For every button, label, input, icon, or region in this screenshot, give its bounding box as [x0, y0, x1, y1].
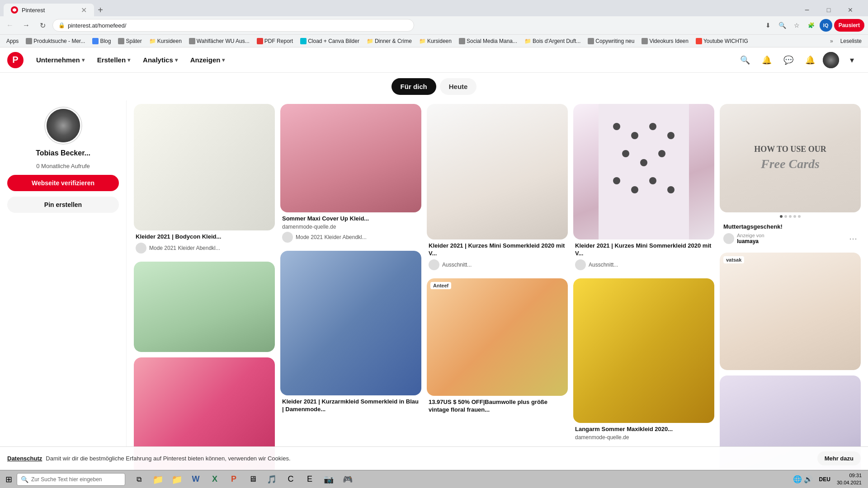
taskbar-powerpoint[interactable]: P [225, 471, 243, 488]
bookmark-youtube[interactable]: Youtube WICHTIG [693, 37, 751, 45]
bookmark-spater[interactable]: Später [115, 37, 144, 45]
bookmark-kursideen[interactable]: 📁 Kursideen [146, 37, 184, 45]
taskbar-sys-icons[interactable]: 🌐 🔊 [790, 473, 816, 485]
taskbar-excel[interactable]: X [206, 471, 224, 488]
pin-title: Kleider 2021 | Kurzes Mini Sommerkleid 2… [429, 242, 566, 258]
bookmark-dinner-crime[interactable]: 📁 Dinner & Crime [364, 37, 415, 45]
bookmark-copywriting[interactable]: Copywriting neu [585, 37, 637, 45]
pin-card[interactable]: Anteef 13.97US $ 50% OFF|Baumwolle plus … [427, 278, 568, 417]
taskbar-file-explorer2[interactable]: 📁 [168, 471, 186, 488]
pinterest-logo[interactable]: P [7, 52, 24, 68]
bookmark-wahlfacher[interactable]: Wahlfächer WU Aus... [186, 37, 252, 45]
iq-extension[interactable]: IQ [820, 19, 832, 32]
zoom-button[interactable]: 🔍 [776, 19, 789, 32]
nav-analytics[interactable]: Analytics ▾ [137, 52, 183, 67]
back-button[interactable]: ← [4, 19, 16, 32]
nav-erstellen[interactable]: Erstellen ▾ [92, 52, 136, 67]
bookmark-favicon [92, 38, 99, 44]
forward-button[interactable]: → [20, 19, 33, 32]
bookmark-produktsuche[interactable]: Produktsuche - Mer... [23, 37, 88, 45]
cookie-privacy-link[interactable]: Datenschutz [7, 455, 42, 462]
taskbar-icons: ⧉ 📁 📁 W X P 🖥 🎵 C E 📷 🎮 [130, 471, 357, 488]
svg-point-5 [622, 150, 629, 157]
pin-title: Langarm Sommer Maxikleid 2020... [575, 426, 712, 433]
bookmark-videokurs[interactable]: Videokurs Ideen [639, 37, 691, 45]
pin-author-avatar [429, 259, 439, 270]
bookmark-blog[interactable]: Blog [90, 37, 113, 45]
create-pin-button[interactable]: Pin erstellen [7, 197, 119, 213]
tab-fuer-dich[interactable]: Für dich [392, 78, 436, 95]
bookmark-bois[interactable]: 📁 Bois d'Argent Duft... [522, 37, 583, 45]
pin-card[interactable]: Langarm Sommer Maxikleid 2020... damenmo… [573, 278, 714, 443]
main-content: Tobias Becker... 0 Monatliche Aufrufe We… [0, 100, 868, 470]
tab-heute[interactable]: Heute [440, 78, 477, 95]
pin-card[interactable]: vatsak [720, 253, 861, 370]
pin-card[interactable]: Kleider 2021 | Kurzarmkleid Sommerkleid … [280, 251, 421, 416]
bookmark-cload[interactable]: Cload + Canva Bilder [297, 37, 362, 45]
bookmark-favicon [300, 38, 307, 44]
account-chevron-button[interactable]: ▾ [843, 51, 861, 69]
taskbar-edge[interactable]: E [301, 471, 319, 488]
verify-website-button[interactable]: Webseite verifizieren [7, 175, 119, 191]
taskbar-gaming[interactable]: 🎮 [339, 471, 357, 488]
pin-card[interactable] [134, 262, 275, 352]
taskbar-word[interactable]: W [187, 471, 205, 488]
extensions-button[interactable]: 🧩 [805, 19, 818, 32]
ad-image-content: HOW TO USE OURFree Cards [720, 104, 861, 212]
refresh-button[interactable]: ↻ [36, 19, 49, 32]
alerts-button[interactable]: 🔔 [801, 51, 819, 69]
pin-card[interactable]: Kleider 2021 | Kurzes Mini Sommerkleid 2… [427, 104, 568, 273]
pin-card[interactable]: Kleider 2021 | Kurzes Mini Sommerkleid 2… [573, 104, 714, 273]
tab-bar: Pinterest ✕ + − □ ✕ [0, 0, 868, 16]
browser-tab-active[interactable]: Pinterest ✕ [4, 4, 94, 16]
pin-author-name: Ausschnitt... [442, 262, 472, 268]
taskbar-right: 🌐 🔊 DEU 09:31 30.04.2021 [790, 470, 866, 488]
bookmark-kursideen2[interactable]: 📁 Kursideen [416, 37, 454, 45]
tab-close-button[interactable]: ✕ [81, 6, 87, 14]
profile-button[interactable]: Pausiert [834, 19, 864, 32]
pin-vatsak-label: vatsak [723, 256, 744, 263]
taskbar-spotify[interactable]: 🎵 [263, 471, 281, 488]
taskbar-chrome[interactable]: C [282, 471, 300, 488]
search-button[interactable]: 🔍 [736, 51, 754, 69]
window-maximize-button[interactable]: □ [818, 4, 839, 16]
taskbar-file-explorer[interactable]: 📁 [149, 471, 167, 488]
address-bar[interactable]: 🔒 pinterest.at/homefeed/ [52, 19, 414, 32]
taskbar-monitor[interactable]: 🖥 [244, 471, 262, 488]
avatar[interactable] [823, 52, 839, 68]
ad-overlay-text: HOW TO USE OURFree Cards [754, 144, 826, 173]
pin-card[interactable]: Kleider 2021 | Bodycon Kleid... Mode 202… [134, 104, 275, 256]
taskbar-search[interactable]: 🔍 Zur Suche Text hier eingeben [17, 473, 125, 486]
ad-more-button[interactable]: ⋯ [849, 234, 857, 244]
ad-card[interactable]: HOW TO USE OURFree Cards Muttertagsgesch… [720, 104, 861, 247]
masonry-grid: Kleider 2021 | Bodycon Kleid... Mode 202… [134, 104, 861, 470]
download-button[interactable]: ⬇ [762, 19, 774, 32]
messages-button[interactable]: 💬 [779, 51, 797, 69]
taskbar-camera[interactable]: 📷 [320, 471, 338, 488]
pin-card[interactable]: Sommer Maxi Cover Up Kleid... damenmode-… [280, 104, 421, 245]
svg-point-9 [631, 186, 638, 193]
bookmark-favicon [696, 38, 702, 44]
taskbar-task-view[interactable]: ⧉ [130, 471, 148, 488]
pin-image-overlay [573, 104, 714, 239]
window-minimize-button[interactable]: − [797, 4, 817, 16]
new-tab-button[interactable]: + [94, 4, 107, 16]
excel-icon: X [212, 474, 217, 484]
pin-author-name: Ausschnitt... [589, 262, 618, 268]
cookie-more-button[interactable]: Mehr dazu [817, 451, 861, 465]
bookmarks-more-button[interactable]: » [827, 37, 836, 45]
nav-anzeigen[interactable]: Anzeigen ▾ [185, 52, 231, 67]
nav-unternehmen[interactable]: Unternehmen ▾ [31, 52, 90, 67]
taskbar-language: DEU [817, 475, 832, 483]
bookmark-social-media[interactable]: Social Media Mana... [456, 37, 520, 45]
bookmark-pdf-report[interactable]: PDF Report [254, 37, 296, 45]
window-close-button[interactable]: ✕ [840, 4, 861, 16]
pinterest-header: P Unternehmen ▾ Erstellen ▾ Analytics ▾ … [0, 47, 868, 73]
bookmark-leseliste[interactable]: Leseliste [838, 37, 864, 45]
start-button[interactable]: ⊞ [2, 473, 16, 486]
taskbar-datetime[interactable]: 09:31 30.04.2021 [834, 470, 864, 488]
pin-info: Langarm Sommer Maxikleid 2020... damenmo… [573, 423, 714, 443]
notifications-button[interactable]: 🔔 [758, 51, 776, 69]
bookmark-star-button[interactable]: ☆ [791, 19, 803, 32]
bookmark-apps[interactable]: Apps [4, 37, 21, 45]
